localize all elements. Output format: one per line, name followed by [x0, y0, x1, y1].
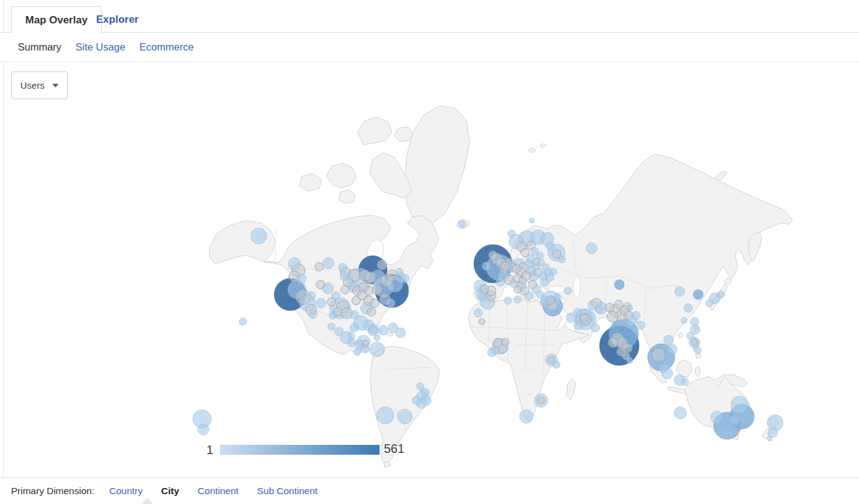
- subnav-site-usage[interactable]: Site Usage: [76, 41, 126, 53]
- metric-selector-dropdown[interactable]: Users: [11, 71, 68, 99]
- primary-dimension-bar: Primary Dimension: Country City Continen…: [0, 478, 859, 504]
- legend-gradient-bar: [220, 445, 380, 455]
- geo-map[interactable]: [0, 62, 859, 478]
- subnav-ecommerce[interactable]: Ecommerce: [139, 41, 193, 53]
- metric-selector-label: Users: [20, 80, 44, 91]
- active-dimension-caret-icon: [142, 498, 153, 504]
- tab-map-overlay-label: Map Overlay: [25, 14, 88, 26]
- tab-map-overlay[interactable]: Map Overlay: [11, 6, 102, 33]
- legend-max-value: 561: [384, 442, 404, 456]
- primary-dimension-label: Primary Dimension:: [11, 486, 94, 497]
- report-subnav: Summary Site Usage Ecommerce: [0, 33, 859, 62]
- dimension-city[interactable]: City: [161, 486, 179, 497]
- dimension-continent[interactable]: Continent: [198, 486, 238, 497]
- chevron-down-icon: [52, 84, 59, 87]
- tab-explorer-label: Explorer: [96, 14, 139, 26]
- geo-report-page: Map Overlay Explorer Summary Site Usage …: [0, 0, 859, 504]
- tab-explorer[interactable]: Explorer: [96, 6, 139, 33]
- dimension-country[interactable]: Country: [109, 486, 142, 497]
- legend-min-value: 1: [192, 443, 213, 457]
- dimension-sub-continent[interactable]: Sub Continent: [257, 486, 317, 497]
- subnav-summary[interactable]: Summary: [18, 41, 62, 53]
